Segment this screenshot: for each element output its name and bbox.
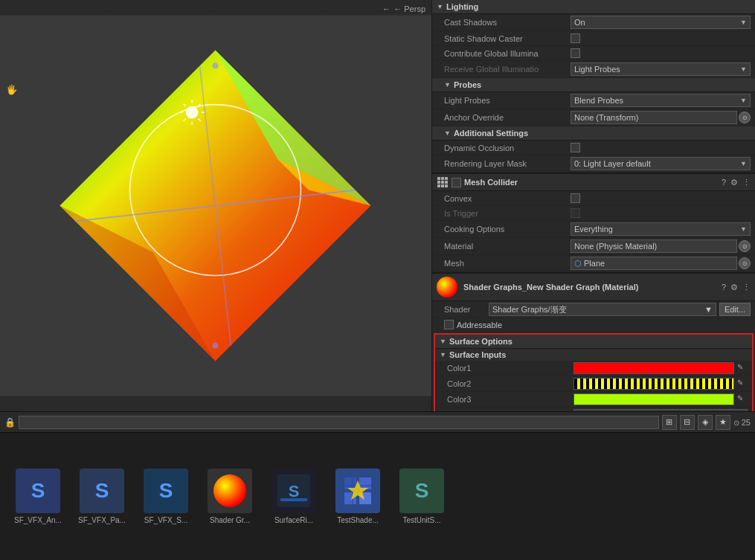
surface-ri-icon: S — [272, 469, 316, 513]
sf-vfx-pa-icon: S — [80, 469, 124, 513]
svg-point-15 — [212, 342, 218, 348]
lighting-arrow: ▼ — [437, 3, 443, 10]
surface-options-arrow: ▼ — [440, 338, 446, 345]
viewport[interactable]: 🖐 ← ← Persp — [0, 0, 431, 411]
material-actions: ? ⚙ ⋮ — [722, 283, 751, 292]
material-component-header: Shader Graphs_New Shader Graph (Material… — [432, 272, 755, 301]
probes-title: Probes — [454, 80, 481, 89]
is-trigger-value — [571, 208, 751, 218]
convex-checkbox[interactable] — [571, 193, 580, 203]
color1-edit-btn[interactable]: ✎ — [737, 363, 748, 373]
surface-inputs-title: Surface Inputs — [449, 350, 506, 359]
shader-row: Shader Shader Graphs/渐变 ▼ Edit... — [432, 301, 755, 318]
asset-shader-gr[interactable]: Shader Gr... — [204, 469, 256, 525]
bottom-toolbar: 🔒 ⊞ ⊟ ◈ ★ ⊙ 25 — [0, 412, 755, 433]
svg-rect-31 — [359, 477, 371, 489]
contribute-gi-row: Contribute Global Illumina — [432, 46, 755, 61]
collider-material-value: None (Physic Material) ⊙ — [571, 239, 751, 253]
probes-arrow: ▼ — [444, 81, 451, 88]
addressable-label: Addressable — [457, 321, 502, 329]
mesh-collider-enable-checkbox[interactable] — [452, 178, 461, 187]
color2-bar[interactable] — [574, 378, 734, 390]
search-input[interactable] — [19, 416, 659, 429]
is-trigger-checkbox[interactable] — [571, 208, 580, 218]
lock-icon[interactable]: 🔒 — [4, 417, 16, 428]
filter-btn[interactable]: ◈ — [698, 415, 713, 430]
anchor-override-value: None (Transform) ⊙ — [571, 111, 751, 124]
mesh-collider-help-btn[interactable]: ? — [722, 178, 726, 187]
mesh-collider-menu-btn[interactable]: ⋮ — [742, 178, 751, 187]
anchor-override-input[interactable]: None (Transform) — [571, 111, 737, 124]
additional-settings-header[interactable]: ▼ Additional Settings — [432, 126, 755, 141]
color3-row: Color3 ✎ — [435, 392, 752, 408]
surface-inputs-header[interactable]: ▼ Surface Inputs — [435, 349, 752, 361]
mesh-pick-btn[interactable]: ⊙ — [739, 257, 751, 269]
sf-vfx-s-label: SF_VFX_S... — [144, 516, 187, 525]
dynamic-occlusion-value — [571, 143, 751, 152]
mesh-label: Mesh — [444, 259, 571, 268]
color1-row: Color1 ✎ — [435, 361, 752, 376]
mesh-collider-header: Mesh Collider ? ⚙ ⋮ — [432, 173, 755, 191]
receive-gi-dd-arrow: ▼ — [740, 65, 747, 73]
mesh-row: Mesh ⬡ Plane ⊙ — [432, 255, 755, 272]
material-settings-btn[interactable]: ⚙ — [730, 283, 738, 292]
color3-bar[interactable] — [574, 393, 734, 405]
asset-sf-vfx-an[interactable]: S SF_VFX_An... — [12, 469, 64, 525]
lighting-section-header[interactable]: ▼ Lighting — [432, 0, 755, 14]
color1-label: Color1 — [447, 364, 574, 373]
color2-row: Color2 ✎ — [435, 376, 752, 392]
mesh-collider-icon — [437, 176, 449, 188]
star-btn[interactable]: ★ — [716, 415, 730, 430]
shader-dropdown[interactable]: Shader Graphs/渐变 ▼ — [489, 303, 716, 316]
surface-inputs-arrow: ▼ — [440, 351, 446, 358]
dynamic-occlusion-checkbox[interactable] — [571, 143, 580, 152]
surface-options-header[interactable]: ▼ Surface Options — [435, 335, 752, 349]
mesh-input[interactable]: ⬡ Plane — [571, 257, 737, 270]
anchor-override-pick-btn[interactable]: ⊙ — [739, 112, 751, 123]
column-view-btn[interactable]: ⊟ — [680, 415, 695, 430]
asset-test-shade[interactable]: TestShade... — [332, 469, 384, 525]
rendering-layer-value: 0: Light Layer default ▼ — [571, 157, 751, 170]
test-shade-label: TestShade... — [337, 516, 379, 525]
receive-gi-dropdown[interactable]: Light Probes ▼ — [571, 62, 751, 76]
surface-ri-label: SurfaceRi... — [274, 516, 313, 525]
mesh-value: ⬡ Plane ⊙ — [571, 257, 751, 270]
svg-point-16 — [186, 106, 199, 119]
light-probes-value: Blend Probes ▼ — [571, 94, 751, 107]
static-shadow-checkbox[interactable] — [571, 33, 580, 43]
asset-count: ⊙ 25 — [733, 418, 751, 427]
cast-shadows-dropdown[interactable]: On ▼ — [571, 16, 751, 29]
asset-surface-ri[interactable]: S SurfaceRi... — [268, 469, 320, 525]
color2-label: Color2 — [447, 379, 574, 388]
convex-row: Convex — [432, 191, 755, 206]
contribute-gi-checkbox[interactable] — [571, 48, 580, 58]
convex-label: Convex — [444, 194, 571, 203]
rendering-layer-dropdown[interactable]: 0: Light Layer default ▼ — [571, 157, 751, 170]
asset-test-units[interactable]: S TestUnitS... — [396, 469, 448, 525]
collider-material-pick-btn[interactable]: ⊙ — [739, 240, 751, 252]
test-units-label: TestUnitS... — [402, 516, 440, 525]
bottom-content: S SF_VFX_An... S SF_VFX_Pa... S SF_VFX_S… — [0, 433, 755, 560]
probes-section-header[interactable]: ▼ Probes — [432, 78, 755, 92]
material-help-btn[interactable]: ? — [722, 283, 726, 292]
expand-btn[interactable]: ⊞ — [662, 415, 677, 430]
color3-edit-btn[interactable]: ✎ — [737, 394, 748, 405]
color2-edit-btn[interactable]: ✎ — [737, 379, 748, 389]
light-probes-dropdown[interactable]: Blend Probes ▼ — [571, 94, 751, 107]
addressable-row: Addressable — [432, 318, 755, 332]
addressable-checkbox[interactable] — [444, 320, 454, 329]
material-menu-btn[interactable]: ⋮ — [742, 283, 751, 292]
collider-material-input[interactable]: None (Physic Material) — [571, 239, 737, 253]
receive-gi-value: Light Probes ▼ — [571, 62, 751, 76]
dynamic-occlusion-row: Dynamic Occlusion — [432, 141, 755, 155]
test-shade-icon — [335, 469, 380, 513]
asset-sf-vfx-pa[interactable]: S SF_VFX_Pa... — [76, 469, 128, 525]
color1-bar[interactable] — [574, 362, 734, 374]
cooking-options-dropdown[interactable]: Everything ▼ — [571, 222, 751, 236]
mesh-collider-settings-btn[interactable]: ⚙ — [730, 178, 738, 187]
shader-edit-btn[interactable]: Edit... — [719, 303, 751, 316]
asset-sf-vfx-s[interactable]: S SF_VFX_S... — [140, 469, 192, 525]
cast-shadows-value: On ▼ — [571, 16, 751, 29]
dynamic-occlusion-label: Dynamic Occlusion — [444, 144, 571, 152]
static-shadow-label: Static Shadow Caster — [444, 34, 571, 43]
